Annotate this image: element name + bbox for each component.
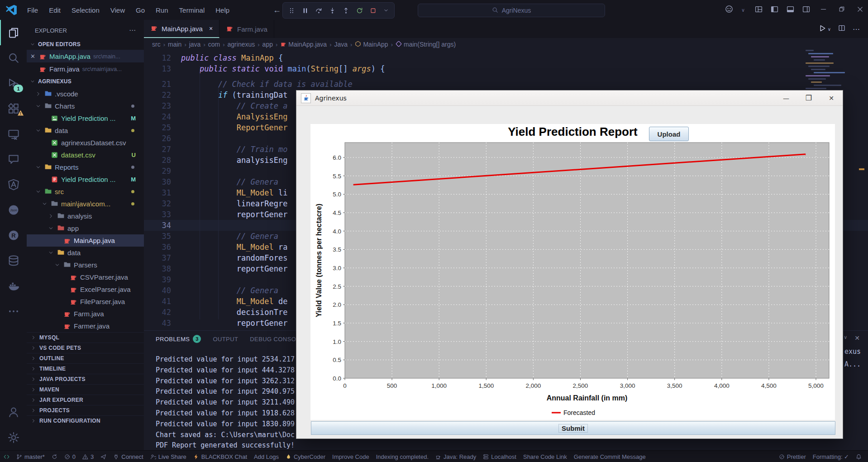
tree-item-src[interactable]: src: [27, 186, 144, 198]
stop-icon[interactable]: [370, 7, 377, 14]
status-0[interactable]: 0: [64, 453, 76, 460]
panel-chevron-icon[interactable]: ∨: [844, 334, 847, 342]
breadcrumb-item[interactable]: Java: [334, 41, 348, 48]
agrinexus-maximize-icon[interactable]: ❒: [805, 94, 813, 102]
breadcrumb[interactable]: src›main›java›com›agrinexus›app›MainApp.…: [144, 38, 868, 51]
menu-edit[interactable]: Edit: [44, 5, 65, 16]
tree-item-yield-prediction-[interactable]: Yield Prediction ...M: [27, 112, 144, 124]
status-localhost[interactable]: Localhost: [483, 453, 516, 460]
pause-icon[interactable]: [302, 7, 309, 14]
chevron-down-icon[interactable]: [383, 8, 389, 13]
section-timeline[interactable]: TIMELINE: [27, 363, 144, 374]
activity-person[interactable]: [0, 400, 27, 425]
breadcrumb-item[interactable]: com: [208, 41, 220, 48]
tree-item-farmer-java[interactable]: Farmer.java: [27, 320, 144, 332]
editor-more-icon[interactable]: ⋯: [853, 25, 861, 33]
menu-go[interactable]: Go: [131, 5, 149, 16]
breadcrumb-item[interactable]: MainApp: [355, 41, 388, 48]
toggle-panel-icon[interactable]: [787, 5, 794, 15]
status-generate-commit-message[interactable]: Generate Commit Message: [574, 453, 646, 460]
breadcrumb-item[interactable]: src: [152, 41, 161, 48]
explorer-more-icon[interactable]: ⋯: [129, 26, 137, 34]
activity-remote-monitor[interactable]: [0, 121, 27, 147]
activity-files[interactable]: [0, 20, 27, 45]
step-into-icon[interactable]: [329, 7, 336, 14]
activity-search[interactable]: [0, 45, 27, 71]
submit-button[interactable]: Submit: [311, 421, 835, 435]
restart-icon[interactable]: [356, 7, 363, 14]
status-share-code-link[interactable]: Share Code Link: [523, 453, 567, 460]
tree-item-app[interactable]: app: [27, 222, 144, 234]
breadcrumb-item[interactable]: main(String[] args): [396, 41, 456, 48]
tab-farm.java[interactable]: Farm.java: [219, 20, 274, 38]
section-run-configuration[interactable]: RUN CONFIGURATION: [27, 415, 144, 426]
section-java-projects[interactable]: JAVA PROJECTS: [27, 374, 144, 384]
tree-item-data[interactable]: data: [27, 124, 144, 137]
activity-extensions[interactable]: [0, 96, 27, 121]
tab-close-icon[interactable]: ×: [209, 25, 213, 32]
section-mysql[interactable]: MYSQL: [27, 332, 144, 343]
run-java-button[interactable]: [819, 24, 826, 34]
project-root-header[interactable]: AGRINEXUS: [27, 76, 144, 87]
step-out-icon[interactable]: [343, 7, 349, 14]
tree-item-dataset-csv[interactable]: dataset.csvU: [27, 149, 144, 161]
status-remote[interactable]: [4, 454, 10, 460]
tree-item-csvparser-java[interactable]: CSVParser.java: [27, 271, 144, 283]
breadcrumb-item[interactable]: app: [262, 41, 273, 48]
menu-view[interactable]: View: [106, 5, 129, 16]
tree-item-agrinexusdataset-csv[interactable]: agrinexusDataset.csv: [27, 137, 144, 149]
agrinexus-close-icon[interactable]: ✕: [827, 95, 835, 102]
status-send[interactable]: [100, 454, 106, 460]
activity-docker[interactable]: [0, 273, 27, 299]
menu-help[interactable]: Help: [211, 5, 234, 16]
status-connect[interactable]: Connect: [113, 453, 143, 460]
agrinexus-window[interactable]: Agrinexus — ❒ ✕ Yield Prediction Report …: [296, 90, 843, 439]
nav-back-icon[interactable]: ←: [273, 5, 281, 15]
split-editor-icon[interactable]: [838, 24, 845, 33]
activity-more[interactable]: [0, 299, 27, 324]
section-outline[interactable]: OUTLINE: [27, 353, 144, 363]
activity-angular[interactable]: [0, 172, 27, 197]
code-line[interactable]: 12public class MainApp {: [144, 52, 868, 63]
section-maven[interactable]: MAVEN: [27, 384, 144, 395]
breadcrumb-item[interactable]: java: [189, 41, 201, 48]
panel-tab-problems[interactable]: PROBLEMS3: [156, 331, 201, 347]
status-indexing-completed-[interactable]: Indexing completed.: [376, 453, 429, 460]
menu-run[interactable]: Run: [151, 5, 173, 16]
status-master-[interactable]: master*: [16, 453, 45, 460]
tree-item-analysis[interactable]: analysis: [27, 210, 144, 222]
status-formatting-[interactable]: Formatting: ✓: [813, 453, 849, 460]
breadcrumb-item[interactable]: main: [168, 41, 181, 48]
activity-gear[interactable]: [0, 425, 27, 450]
section-projects[interactable]: PROJECTS: [27, 405, 144, 415]
status-improve-code[interactable]: Improve Code: [332, 453, 369, 460]
status-sync[interactable]: [52, 454, 57, 460]
run-dropdown-icon[interactable]: ∨: [828, 27, 831, 32]
window-restore-icon[interactable]: [839, 6, 845, 14]
menu-file[interactable]: File: [23, 5, 43, 16]
close-icon[interactable]: ✕: [30, 53, 35, 60]
activity-comment[interactable]: [0, 147, 27, 172]
status-3[interactable]: 3: [82, 453, 94, 460]
command-search-input[interactable]: AgriNexus: [418, 4, 605, 17]
tree-item--vscode[interactable]: .vscode: [27, 88, 144, 100]
toggle-secondary-sidebar-icon[interactable]: [802, 5, 810, 15]
activity-rlang[interactable]: R: [0, 223, 27, 248]
terminal-output[interactable]: Predicted value for input 2534.217Predic…: [156, 354, 295, 462]
tree-item-data[interactable]: data: [27, 247, 144, 259]
panel-tab-output[interactable]: OUTPUT: [213, 331, 238, 347]
status-bell[interactable]: [856, 454, 862, 460]
tree-item-reports[interactable]: Reports: [27, 161, 144, 173]
code-line[interactable]: 13 public static void main(String[] args…: [144, 63, 868, 74]
tree-item-fileparser-java[interactable]: FileParser.java: [27, 295, 144, 308]
activity-json[interactable]: Json: [0, 197, 27, 223]
section-vs-code-pets[interactable]: VS CODE PETS: [27, 343, 144, 353]
breadcrumb-item[interactable]: agrinexus: [228, 41, 255, 48]
step-over-icon[interactable]: [315, 7, 322, 14]
status-java-ready[interactable]: Java: Ready: [435, 453, 476, 460]
activity-debug[interactable]: 1: [0, 71, 27, 96]
tree-item-yield-prediction-[interactable]: Yield Prediction ...M: [27, 173, 144, 186]
panel-close-icon[interactable]: ✕: [854, 334, 860, 342]
agrinexus-minimize-icon[interactable]: —: [782, 95, 790, 102]
tree-item-excelparser-java[interactable]: ExcelParser.java: [27, 283, 144, 295]
